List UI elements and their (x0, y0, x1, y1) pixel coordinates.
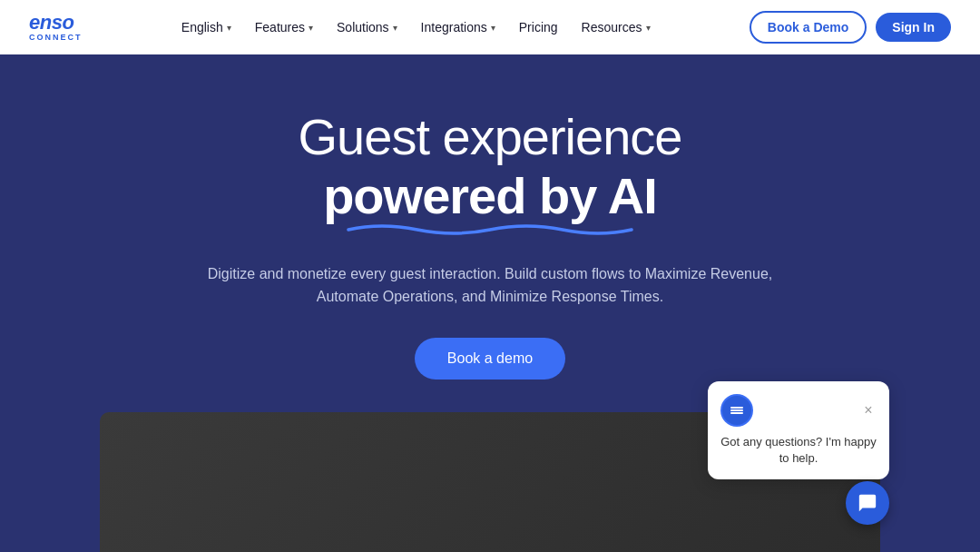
nav-item-integrations[interactable]: Integrations ▾ (412, 15, 505, 40)
hero-subtitle: Digitize and monetize every guest intera… (181, 262, 799, 309)
nav-label-english: English (181, 20, 223, 34)
chat-avatar (720, 394, 753, 427)
chat-icon (858, 493, 877, 513)
hero-title-line2: powered by AI (299, 165, 682, 226)
chat-fab-button[interactable] (846, 481, 889, 525)
chat-message: Got any questions? I'm happy to help. (720, 434, 877, 467)
nav-actions: Book a Demo Sign In (750, 11, 951, 44)
chat-close-button[interactable]: × (860, 402, 877, 419)
logo-name: enso (29, 13, 74, 33)
nav-label-features: Features (255, 20, 305, 34)
sign-in-button[interactable]: Sign In (876, 13, 951, 42)
nav-item-features[interactable]: Features ▾ (246, 15, 322, 40)
chat-popup: × Got any questions? I'm happy to help. (708, 381, 889, 479)
chevron-down-icon: ▾ (393, 23, 397, 33)
nav-item-english[interactable]: English ▾ (172, 15, 240, 40)
hero-title: Guest experience powered by AI (299, 109, 682, 226)
nav-label-resources: Resources (582, 20, 642, 34)
nav-label-pricing: Pricing (519, 20, 558, 34)
nav-item-solutions[interactable]: Solutions ▾ (328, 15, 407, 40)
chevron-down-icon: ▾ (491, 23, 495, 33)
navbar: enso CONNECT English ▾ Features ▾ Soluti… (0, 0, 980, 54)
hero-cta-button[interactable]: Book a demo (415, 338, 565, 380)
nav-links: English ▾ Features ▾ Solutions ▾ Integra… (172, 15, 660, 40)
nav-label-solutions: Solutions (337, 20, 389, 34)
hero-section: Guest experience powered by AI Digitize … (0, 54, 980, 552)
nav-item-resources[interactable]: Resources ▾ (573, 15, 660, 40)
chevron-down-icon: ▾ (646, 23, 651, 33)
hero-title-line1: Guest experience (299, 108, 682, 165)
logo[interactable]: enso CONNECT (29, 13, 83, 42)
wave-underline-icon (345, 221, 635, 237)
chevron-down-icon: ▾ (227, 23, 231, 33)
chevron-down-icon: ▾ (309, 23, 313, 33)
nav-item-pricing[interactable]: Pricing (510, 15, 567, 40)
book-demo-button[interactable]: Book a Demo (750, 11, 867, 44)
nav-label-integrations: Integrations (421, 20, 487, 34)
chat-header: × (720, 394, 877, 427)
logo-sub: CONNECT (29, 33, 83, 42)
